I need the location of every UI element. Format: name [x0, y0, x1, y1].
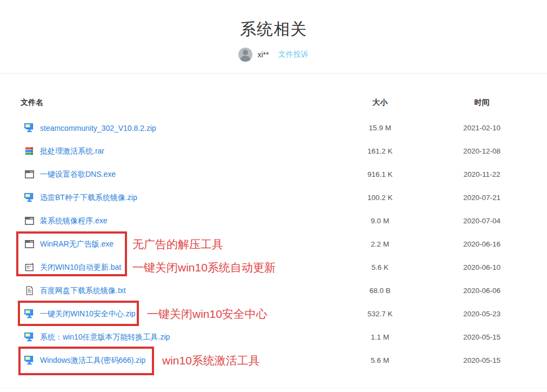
header-divider: [0, 73, 547, 74]
file-time: 2020-11-22: [423, 170, 541, 178]
column-header-size: 大小: [337, 98, 423, 108]
file-size: 2.2 M: [337, 240, 423, 248]
monitor-zip-icon: [24, 123, 35, 133]
file-link[interactable]: 百度网盘下载系统镜像.txt: [40, 286, 126, 296]
monitor-zip-icon: [24, 332, 35, 342]
table-row: WinRAR无广告版.exe 2.2 M 2020-06-16 无广告的解压工具: [21, 232, 541, 256]
table-row: 一键关闭WIN10安全中心.zip 532.7 K 2020-05-23 一键关…: [21, 302, 541, 325]
red-annotation: 一键关闭win10系统自动更新: [132, 260, 276, 275]
file-time: 2020-06-10: [423, 263, 541, 271]
uploader-row: xi** 文件投诉: [0, 47, 547, 62]
table-row: 一键设置谷歌DNS.exe 916.1 K 2020-11-22: [21, 163, 541, 186]
file-link[interactable]: Windows激活工具(密码666).zip: [40, 356, 145, 366]
table-row: 迅雷BT种子下载系统镜像.zip 100.2 K 2020-07-21: [21, 186, 541, 209]
table-row: 批处理激活系统.rar 161.2 K 2020-12-08: [21, 139, 541, 163]
monitor-zip-icon: [24, 309, 35, 319]
avatar: [238, 48, 252, 62]
file-time: 2020-05-15: [423, 356, 541, 364]
file-size: 15.9 M: [337, 124, 423, 132]
bottom-divider: [0, 388, 547, 388]
file-link[interactable]: 关闭WIN10自动更新.bat: [40, 263, 121, 273]
column-header-filename: 文件名: [21, 98, 337, 108]
table-row: Windows激活工具(密码666).zip 5.6 M 2020-05-15 …: [21, 349, 541, 372]
file-size: 100.2 K: [337, 194, 423, 202]
file-link[interactable]: 批处理激活系统.rar: [40, 147, 104, 156]
red-annotation: 无广告的解压工具: [132, 237, 223, 252]
file-size: 532.7 K: [337, 310, 423, 318]
batch-script-icon: [24, 262, 35, 273]
file-size: 916.1 K: [337, 170, 423, 178]
text-document-icon: [24, 285, 35, 296]
file-link[interactable]: 装系统镜像程序.exe: [40, 216, 107, 226]
file-time: 2021-02-10: [423, 124, 541, 132]
file-time: 2020-05-23: [423, 310, 541, 318]
report-file-link[interactable]: 文件投诉: [278, 50, 309, 59]
file-time: 2020-07-21: [423, 194, 541, 202]
avatar-person-icon: [243, 50, 248, 55]
column-header-time: 时间: [423, 98, 541, 108]
file-size: 68.0 B: [337, 287, 423, 295]
monitor-zip-icon: [24, 192, 35, 203]
monitor-zip-icon: [24, 355, 35, 366]
table-row: 关闭WIN10自动更新.bat 5.6 K 2020-06-10 一键关闭win…: [21, 256, 541, 279]
table-row: 系统：win10任意版本万能转换工具.zip 1.1 M 2020-05-15: [21, 325, 541, 349]
page-title: 系统相关: [0, 18, 547, 41]
table-row: steamcommunity_302_V10.8.2.zip 15.9 M 20…: [21, 116, 541, 139]
table-row: 装系统镜像程序.exe 9.0 M 2020-07-04: [21, 209, 541, 232]
file-size: 9.0 M: [337, 217, 423, 225]
page-header: 系统相关 xi** 文件投诉: [0, 0, 547, 74]
file-time: 2020-05-15: [423, 333, 541, 341]
file-link[interactable]: 迅雷BT种子下载系统镜像.zip: [40, 193, 137, 203]
red-annotation: 一键关闭win10安全中心: [147, 307, 268, 322]
winrar-stack-icon: [24, 146, 35, 156]
red-annotation: win10系统激活工具: [162, 353, 260, 368]
table-body: steamcommunity_302_V10.8.2.zip 15.9 M 20…: [21, 116, 541, 372]
file-time: 2020-12-08: [423, 147, 541, 155]
file-size: 5.6 K: [337, 263, 423, 271]
file-link[interactable]: 一键设置谷歌DNS.exe: [40, 170, 116, 180]
app-window-icon: [24, 239, 35, 249]
file-time: 2020-07-04: [423, 217, 541, 225]
app-window-icon: [24, 169, 35, 180]
file-size: 161.2 K: [337, 147, 423, 155]
file-link[interactable]: steamcommunity_302_V10.8.2.zip: [40, 124, 156, 132]
table-header-row: 文件名 大小 时间: [21, 97, 541, 108]
file-size: 1.1 M: [337, 333, 423, 341]
uploader-name: xi**: [257, 50, 269, 59]
file-link[interactable]: 系统：win10任意版本万能转换工具.zip: [40, 333, 170, 342]
file-size: 5.6 M: [337, 356, 423, 364]
file-time: 2020-06-06: [423, 287, 541, 295]
table-row: 百度网盘下载系统镜像.txt 68.0 B 2020-06-06: [21, 279, 541, 302]
file-link[interactable]: 一键关闭WIN10安全中心.zip: [40, 309, 136, 319]
file-table: 文件名 大小 时间 steamcommunity_302_V10.8.2.zip…: [21, 97, 541, 372]
file-time: 2020-06-16: [423, 240, 541, 248]
file-link[interactable]: WinRAR无广告版.exe: [40, 240, 114, 249]
app-window-icon: [24, 216, 35, 226]
